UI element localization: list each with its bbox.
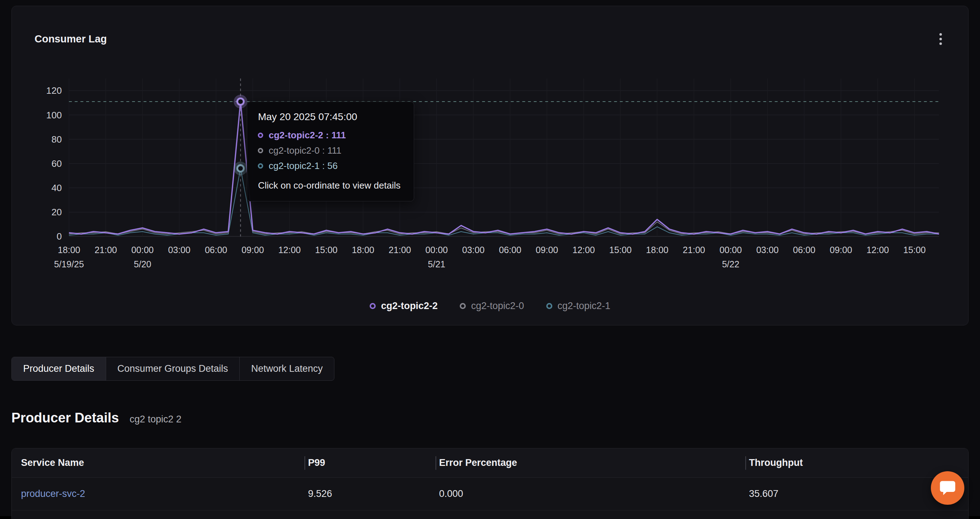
card-header: Consumer Lag [35,25,945,53]
tab-network-latency[interactable]: Network Latency [240,357,334,380]
chart-area: 02040608010012018:0021:0000:0003:0006:00… [35,69,945,291]
column-header-p99: P99 [304,449,436,477]
service-name-cell: producer-svc-2 [12,477,304,511]
legend-item-cg2-topic2-0[interactable]: cg2-topic2-0 [460,300,524,311]
dashboard-page: Consumer Lag 02040608010012018:0021:0000… [0,0,980,516]
legend-item-cg2-topic2-2[interactable]: cg2-topic2-2 [370,300,438,311]
svg-text:12:00: 12:00 [572,245,595,255]
tooltip-hint: Click on co-ordinate to view details [258,180,403,191]
svg-text:09:00: 09:00 [830,245,852,255]
svg-text:06:00: 06:00 [205,245,227,255]
kebab-dot [939,33,942,36]
value-cell: 9.526 [304,477,436,511]
chart-title: Consumer Lag [35,33,107,45]
svg-text:40: 40 [51,182,62,193]
tooltip-series-value: cg2-topic2-2 : 111 [269,130,346,141]
svg-text:00:00: 00:00 [719,245,742,255]
tooltip-timestamp: May 20 2025 07:45:00 [258,111,403,123]
svg-text:20: 20 [51,207,62,217]
value-cell: 35.600 [745,511,968,519]
tab-consumer-groups-details[interactable]: Consumer Groups Details [106,357,240,380]
svg-text:80: 80 [51,134,62,145]
value-cell: 9.923 [304,511,436,519]
svg-text:09:00: 09:00 [536,245,558,255]
svg-text:21:00: 21:00 [94,245,117,255]
chart-tooltip: May 20 2025 07:45:00 cg2-topic2-2 : 111c… [247,102,414,201]
svg-text:60: 60 [51,158,62,169]
svg-text:21:00: 21:00 [682,245,705,255]
kebab-dot [939,42,942,45]
svg-text:15:00: 15:00 [609,245,632,255]
tooltip-series-value: cg2-topic2-0 : 111 [269,145,341,156]
svg-text:06:00: 06:00 [499,245,521,255]
section-subtitle: cg2 topic2 2 [130,414,181,425]
svg-text:0: 0 [57,232,62,242]
svg-text:100: 100 [46,110,62,120]
svg-text:03:00: 03:00 [168,245,191,255]
table-row: producer-svc-39.9230.00035.600 [12,511,968,519]
consumer-lag-card: Consumer Lag 02040608010012018:0021:0000… [11,6,969,326]
svg-text:00:00: 00:00 [426,245,448,255]
tabs: Producer DetailsConsumer Groups DetailsN… [11,357,334,381]
legend-label: cg2-topic2-0 [471,300,524,311]
svg-text:12:00: 12:00 [866,245,889,255]
svg-text:18:00: 18:00 [646,245,668,255]
producer-details-table-wrap: Service NameP99Error PercentageThroughpu… [11,448,969,519]
svg-text:5/19/25: 5/19/25 [54,259,84,269]
section-title: Producer Details [11,410,119,426]
svg-text:12:00: 12:00 [278,245,301,255]
legend-ring-icon [370,303,376,309]
tooltip-rows: cg2-topic2-2 : 111cg2-topic2-0 : 111cg2-… [258,130,403,171]
kebab-dot [939,38,942,40]
producer-details-table: Service NameP99Error PercentageThroughpu… [12,449,968,519]
svg-text:06:00: 06:00 [793,245,816,255]
svg-text:15:00: 15:00 [904,245,926,255]
series-ring-icon [258,163,263,169]
svg-text:18:00: 18:00 [58,245,80,255]
service-link-producer-svc-2[interactable]: producer-svc-2 [21,488,85,499]
svg-text:21:00: 21:00 [388,245,411,255]
table-header-row: Service NameP99Error PercentageThroughpu… [12,449,968,477]
chat-launcher-button[interactable] [931,471,964,505]
svg-text:120: 120 [46,85,62,96]
chart-legend: cg2-topic2-2cg2-topic2-0cg2-topic2-1 [35,300,945,311]
series-ring-icon [258,148,263,153]
svg-text:5/20: 5/20 [134,259,151,269]
tooltip-series-row: cg2-topic2-0 : 111 [258,145,403,156]
tooltip-series-value: cg2-topic2-1 : 56 [269,160,337,171]
tooltip-series-row: cg2-topic2-2 : 111 [258,130,403,141]
table-row: producer-svc-29.5260.00035.607 [12,477,968,511]
svg-text:00:00: 00:00 [131,245,154,255]
legend-item-cg2-topic2-1[interactable]: cg2-topic2-1 [546,300,611,311]
column-header-throughput: Throughput [745,449,968,477]
kebab-menu-icon[interactable] [936,31,945,47]
consumer-lag-chart[interactable]: 02040608010012018:0021:0000:0003:0006:00… [35,69,945,291]
legend-ring-icon [546,303,552,309]
section-header: Producer Details cg2 topic2 2 [11,401,969,435]
tab-producer-details[interactable]: Producer Details [12,357,106,380]
series-ring-icon [258,133,263,138]
service-name-cell: producer-svc-3 [12,511,304,519]
tooltip-series-row: cg2-topic2-1 : 56 [258,160,403,171]
svg-text:5/21: 5/21 [428,259,445,269]
legend-ring-icon [460,303,466,309]
svg-text:03:00: 03:00 [462,245,485,255]
legend-label: cg2-topic2-2 [381,300,438,311]
svg-text:5/22: 5/22 [722,259,739,269]
svg-text:18:00: 18:00 [352,245,374,255]
column-header-error-percentage: Error Percentage [436,449,745,477]
value-cell: 0.000 [436,511,745,519]
column-header-service-name: Service Name [12,449,304,477]
chat-bubble-icon [939,480,956,496]
svg-text:09:00: 09:00 [242,245,264,255]
legend-label: cg2-topic2-1 [558,300,611,311]
value-cell: 0.000 [436,477,745,511]
svg-text:03:00: 03:00 [756,245,779,255]
svg-text:15:00: 15:00 [315,245,337,255]
